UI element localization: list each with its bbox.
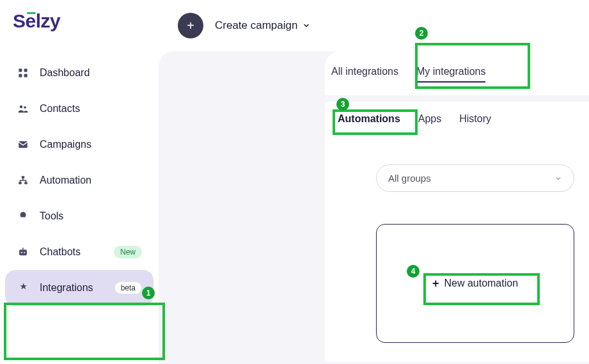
svg-rect-7 bbox=[22, 176, 25, 178]
sidebar-item-label: Automation bbox=[40, 175, 91, 186]
sub-tab-label: History bbox=[459, 113, 491, 124]
sidebar-item-label: Contacts bbox=[40, 103, 80, 115]
new-automation-button[interactable]: + New automation bbox=[432, 277, 518, 290]
sub-tab-history[interactable]: History bbox=[459, 113, 491, 125]
chatbots-icon bbox=[17, 246, 29, 258]
groups-select[interactable]: All groups bbox=[376, 164, 574, 192]
sidebar-item-label: Integrations bbox=[40, 282, 93, 294]
create-campaign-plus-button[interactable]: + bbox=[178, 13, 203, 38]
sidebar-item-contacts[interactable]: Contacts bbox=[5, 91, 153, 127]
automation-icon bbox=[17, 174, 29, 187]
sidebar-item-label: Dashboard bbox=[40, 67, 90, 79]
sidebar-item-campaigns[interactable]: Campaigns bbox=[5, 127, 153, 162]
create-campaign-link[interactable]: Create campaign bbox=[215, 19, 310, 32]
campaigns-icon bbox=[17, 138, 29, 151]
sub-tabs: Automations Apps History bbox=[338, 113, 583, 125]
sidebar-item-chatbots[interactable]: Chatbots New bbox=[5, 234, 153, 270]
sub-tab-label: Automations bbox=[338, 113, 400, 124]
svg-rect-10 bbox=[19, 249, 27, 255]
svg-point-4 bbox=[20, 106, 23, 109]
main-area: + Create campaign All integrations My in… bbox=[159, 51, 589, 364]
sub-tab-automations[interactable]: Automations bbox=[338, 113, 400, 125]
sidebar-item-automation[interactable]: Automation bbox=[5, 162, 153, 198]
create-campaign-label: Create campaign bbox=[215, 19, 297, 32]
sidebar-item-tools[interactable]: Tools bbox=[5, 198, 153, 234]
sidebar-item-label: Chatbots bbox=[40, 246, 81, 258]
sub-tab-label: Apps bbox=[418, 113, 441, 124]
new-automation-label: New automation bbox=[444, 278, 518, 289]
content-area: All integrations My integrations Automat… bbox=[325, 51, 589, 362]
svg-rect-0 bbox=[19, 68, 22, 72]
contacts-icon bbox=[17, 102, 29, 115]
nav-list: Dashboard Contacts Campaigns Automation bbox=[5, 55, 153, 306]
tab-all-integrations[interactable]: All integrations bbox=[331, 66, 398, 83]
chevron-down-icon bbox=[302, 22, 310, 29]
chevron-down-icon bbox=[554, 175, 562, 182]
brand-logo: Selzy bbox=[13, 10, 146, 32]
sub-tab-apps[interactable]: Apps bbox=[418, 113, 441, 125]
groups-select-label: All groups bbox=[388, 173, 431, 184]
topbar: + Create campaign bbox=[178, 13, 310, 38]
tab-my-integrations[interactable]: My integrations bbox=[416, 66, 486, 83]
svg-rect-8 bbox=[19, 182, 22, 184]
dashboard-icon bbox=[17, 67, 29, 79]
tab-label: My integrations bbox=[416, 66, 486, 77]
tabs-top: All integrations My integrations bbox=[325, 51, 589, 95]
badge-new: New bbox=[114, 246, 142, 258]
sidebar-item-integrations[interactable]: Integrations beta bbox=[5, 270, 153, 306]
svg-point-12 bbox=[24, 252, 25, 253]
svg-rect-1 bbox=[24, 68, 27, 72]
svg-point-11 bbox=[21, 252, 22, 253]
plus-icon: + bbox=[432, 277, 439, 290]
svg-rect-2 bbox=[19, 74, 22, 77]
panel: Automations Apps History All groups + bbox=[325, 102, 589, 362]
tools-icon bbox=[17, 210, 29, 223]
sidebar-item-dashboard[interactable]: Dashboard bbox=[5, 55, 153, 91]
sidebar-item-label: Campaigns bbox=[40, 139, 91, 150]
svg-rect-9 bbox=[24, 182, 27, 184]
automation-card: + New automation bbox=[376, 224, 574, 343]
sidebar: Selzy Dashboard Contacts Campaigns bbox=[0, 0, 159, 364]
svg-rect-3 bbox=[24, 74, 27, 77]
integrations-icon bbox=[17, 281, 29, 294]
badge-beta: beta bbox=[114, 281, 142, 294]
sidebar-item-label: Tools bbox=[40, 210, 63, 222]
tab-label: All integrations bbox=[331, 66, 398, 77]
svg-point-5 bbox=[24, 106, 26, 109]
